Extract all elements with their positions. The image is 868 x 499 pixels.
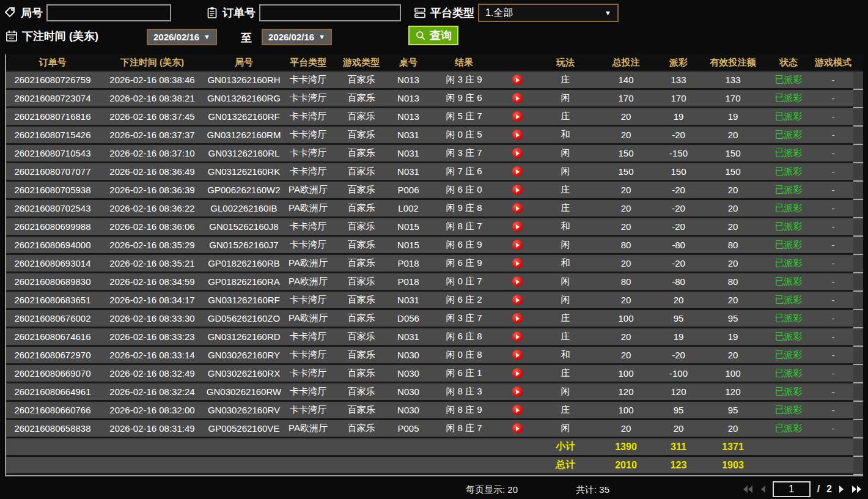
total-row: 总计 2010 123 1903 — [6, 457, 863, 475]
page-separator: / — [817, 484, 820, 495]
subtotal-row: 小计 1390 311 1371 — [6, 438, 863, 457]
play-replay-button[interactable] — [512, 111, 523, 122]
order-no-cell: 260216080664961 — [6, 383, 99, 400]
game-type-cell: 百家乐 — [334, 163, 389, 180]
order-no-input[interactable] — [259, 4, 401, 21]
result-cell: 闲 6 庄 0 — [428, 182, 500, 198]
bet-records-table: 订单号 下注时间 (美东) 局号 平台类型 游戏类型 桌号 结果 玩法 总投注 … — [5, 54, 863, 476]
first-page-icon[interactable] — [743, 485, 753, 493]
play-replay-button[interactable] — [512, 93, 523, 103]
valid-bet-cell: 95 — [702, 402, 764, 418]
next-page-icon[interactable] — [839, 485, 845, 493]
table-row: 260216080699988 2026-02-16 08:36:06 GN01… — [6, 218, 863, 237]
status-badge: 已派彩 — [764, 90, 813, 106]
order-no-cell: 260216080669070 — [6, 365, 99, 382]
play-replay-button[interactable] — [512, 350, 523, 360]
play-replay-button[interactable] — [512, 148, 523, 158]
bet-time-cell: 2026-02-16 08:32:24 — [99, 383, 205, 400]
table-row: 260216080683651 2026-02-16 08:34:17 GN03… — [6, 292, 863, 310]
platform-cell: PA欧洲厅 — [282, 310, 334, 327]
result-cell: 闲 0 庄 5 — [428, 127, 500, 143]
platform-cell: 卡卡湾厅 — [282, 163, 334, 180]
play-replay-button[interactable] — [512, 295, 523, 305]
replay-cell — [500, 108, 534, 125]
game-type-cell: 百家乐 — [334, 127, 389, 143]
play-type-cell: 庄 — [534, 200, 597, 216]
bet-time-cell: 2026-02-16 08:35:21 — [99, 255, 205, 272]
order-no-cell: 260216080702543 — [6, 200, 99, 216]
total-bet-cell: 20 — [597, 200, 655, 216]
game-no-input[interactable] — [46, 4, 171, 21]
play-type-cell: 庄 — [534, 182, 597, 198]
query-button[interactable]: 查询 — [408, 26, 458, 45]
play-replay-button[interactable] — [512, 405, 523, 415]
play-replay-button[interactable] — [512, 130, 523, 140]
date-from-picker[interactable]: 2026/02/16 ▼ — [147, 29, 217, 45]
play-replay-button[interactable] — [512, 331, 523, 342]
bet-time-cell: 2026-02-16 08:33:14 — [99, 347, 205, 363]
platform-select[interactable]: 1.全部 ▼ — [478, 4, 619, 22]
play-replay-button[interactable] — [512, 221, 523, 232]
play-replay-button[interactable] — [512, 368, 523, 379]
status-badge: 已派彩 — [764, 200, 813, 216]
game-no-cell: GN015262160J8 — [205, 218, 282, 235]
status-badge: 已派彩 — [764, 310, 813, 327]
order-no-cell: 260216080676002 — [6, 310, 99, 327]
play-replay-button[interactable] — [512, 166, 523, 177]
table-no-cell: N013 — [389, 72, 428, 88]
payout-cell: 133 — [655, 72, 702, 88]
play-replay-button[interactable] — [512, 276, 523, 287]
payout-cell: 20 — [655, 292, 702, 308]
game-no-cell: GN031262160RM — [205, 127, 282, 143]
platform-select-value: 1.全部 — [485, 7, 513, 20]
status-badge: 已派彩 — [764, 273, 813, 290]
play-replay-button[interactable] — [512, 386, 523, 397]
game-no-cell: GP006262160W2 — [205, 182, 282, 198]
table-no-cell: N013 — [389, 108, 428, 125]
play-replay-button[interactable] — [512, 313, 523, 323]
game-mode-cell: - — [813, 310, 853, 327]
table-scrollbar[interactable] — [853, 72, 863, 475]
game-mode-cell: - — [813, 127, 853, 143]
result-cell: 闲 6 庄 9 — [428, 237, 500, 253]
play-replay-button[interactable] — [512, 258, 523, 268]
payout-cell: -20 — [655, 218, 702, 235]
play-type-cell: 闲 — [534, 383, 597, 400]
total-bet-cell: 150 — [597, 145, 655, 161]
play-type-cell: 和 — [534, 255, 597, 272]
replay-cell — [500, 347, 534, 363]
play-replay-button[interactable] — [512, 75, 523, 85]
play-replay-button[interactable] — [512, 203, 523, 213]
date-to-picker[interactable]: 2026/02/16 ▼ — [262, 29, 332, 45]
replay-cell — [500, 163, 534, 180]
prev-page-icon[interactable] — [760, 485, 766, 493]
total-count-value: 35 — [599, 484, 609, 495]
game-type-cell: 百家乐 — [334, 310, 389, 327]
table-row: 260216080694000 2026-02-16 08:35:29 GN01… — [6, 237, 863, 255]
play-type-cell: 庄 — [534, 328, 597, 345]
result-cell: 闲 9 庄 8 — [428, 200, 500, 216]
payout-cell: -20 — [655, 127, 702, 143]
last-page-icon[interactable] — [851, 485, 862, 493]
table-no-cell: N030 — [389, 402, 428, 418]
order-no-filter: 订单号 — [205, 4, 401, 22]
col-header-total-bet: 总投注 — [597, 54, 655, 70]
col-header-platform: 平台类型 — [282, 54, 334, 70]
order-no-cell: 260216080715426 — [6, 127, 99, 143]
play-replay-button[interactable] — [512, 423, 523, 434]
date-to-group: 2026/02/16 ▼ — [262, 28, 332, 46]
play-replay-button[interactable] — [512, 185, 523, 195]
result-cell: 闲 0 庄 8 — [428, 347, 500, 363]
date-from-group: 2026/02/16 ▼ — [147, 28, 217, 46]
valid-bet-cell: 19 — [702, 328, 764, 345]
valid-bet-cell: 20 — [702, 420, 764, 437]
col-header-game-no: 局号 — [205, 54, 282, 70]
valid-bet-cell: 20 — [702, 292, 764, 308]
page-number-input[interactable] — [773, 481, 811, 497]
platform-cell: 卡卡湾厅 — [282, 145, 334, 161]
play-type-cell: 和 — [534, 127, 597, 143]
play-replay-button[interactable] — [512, 240, 523, 250]
total-bet-cell: 120 — [597, 383, 655, 400]
game-mode-cell: - — [813, 347, 853, 363]
table-row: 260216080676002 2026-02-16 08:33:30 GD05… — [6, 310, 863, 328]
